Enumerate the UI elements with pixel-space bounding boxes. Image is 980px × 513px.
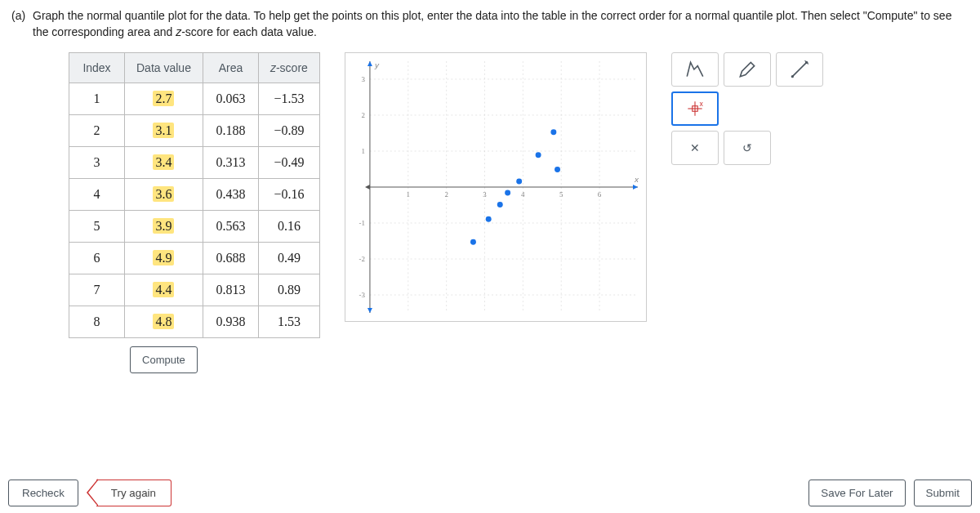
cell-data-value[interactable]: 3.9 bbox=[125, 211, 203, 243]
svg-text:y: y bbox=[374, 60, 380, 69]
cell-area: 0.563 bbox=[203, 211, 258, 243]
svg-text:3: 3 bbox=[361, 75, 365, 83]
cell-data-value[interactable]: 3.1 bbox=[125, 115, 203, 147]
cell-index: 1 bbox=[69, 83, 125, 115]
svg-text:-2: -2 bbox=[359, 255, 364, 263]
cell-area: 0.938 bbox=[203, 306, 258, 338]
line-tool-icon[interactable] bbox=[776, 52, 823, 87]
svg-point-41 bbox=[791, 75, 794, 78]
svg-point-33 bbox=[486, 216, 492, 222]
cell-data-value[interactable]: 4.4 bbox=[125, 274, 203, 306]
cell-zscore: 0.89 bbox=[258, 274, 319, 306]
cell-zscore: 1.53 bbox=[258, 306, 319, 338]
svg-marker-27 bbox=[368, 61, 372, 66]
cell-area: 0.188 bbox=[203, 115, 258, 147]
svg-text:3: 3 bbox=[483, 190, 487, 199]
svg-text:x: x bbox=[634, 175, 639, 184]
svg-text:2: 2 bbox=[444, 190, 448, 199]
header-zscore: z-score bbox=[258, 53, 319, 83]
clear-tool-icon[interactable]: ✕ bbox=[671, 131, 719, 165]
point-tool-icon[interactable]: x bbox=[671, 91, 719, 126]
svg-point-36 bbox=[516, 179, 522, 185]
footer-bar: Recheck Try again Save For Later Submit bbox=[0, 472, 980, 513]
svg-marker-26 bbox=[633, 185, 638, 190]
instruction-line-2: -score for each data value. bbox=[181, 25, 317, 38]
cell-data-value[interactable]: 4.8 bbox=[125, 306, 203, 338]
header-index: Index bbox=[69, 53, 125, 83]
table-row: 1 2.7 0.063 −1.53 bbox=[69, 83, 320, 115]
undo-tool-icon[interactable]: ↺ bbox=[724, 131, 771, 165]
drawing-toolbox: x ✕ ↺ bbox=[671, 52, 826, 381]
svg-point-34 bbox=[497, 202, 503, 207]
compute-row: Compute bbox=[69, 338, 320, 382]
cell-index: 3 bbox=[69, 147, 125, 179]
recheck-button[interactable]: Recheck bbox=[8, 480, 78, 506]
select-tool-icon[interactable] bbox=[671, 52, 719, 87]
cell-area: 0.688 bbox=[203, 243, 258, 274]
svg-marker-29 bbox=[365, 185, 370, 190]
svg-text:-1: -1 bbox=[359, 219, 364, 227]
cell-zscore: −0.49 bbox=[258, 147, 319, 179]
svg-point-39 bbox=[550, 129, 556, 135]
svg-point-38 bbox=[535, 153, 541, 158]
cell-index: 2 bbox=[69, 115, 125, 147]
svg-text:2: 2 bbox=[361, 111, 364, 119]
quantile-plot[interactable]: 123456-3-2-1123xy bbox=[345, 52, 647, 322]
cell-area: 0.813 bbox=[203, 274, 258, 306]
cell-index: 5 bbox=[69, 211, 125, 243]
cell-data-value[interactable]: 2.7 bbox=[125, 83, 203, 115]
table-header-row: Index Data value Area z-score bbox=[69, 53, 320, 83]
svg-point-35 bbox=[505, 190, 510, 196]
save-for-later-button[interactable]: Save For Later bbox=[808, 480, 905, 506]
svg-text:5: 5 bbox=[559, 190, 564, 199]
instruction-line-1: Graph the normal quantile plot for the d… bbox=[33, 9, 951, 38]
svg-point-37 bbox=[555, 167, 560, 172]
cell-data-value[interactable]: 3.6 bbox=[125, 179, 203, 211]
svg-text:1: 1 bbox=[361, 147, 364, 155]
cell-index: 4 bbox=[69, 179, 125, 211]
cell-data-value[interactable]: 3.4 bbox=[125, 147, 203, 179]
compute-button[interactable]: Compute bbox=[130, 346, 198, 373]
table-row: 5 3.9 0.563 0.16 bbox=[69, 211, 320, 243]
table-row: 2 3.1 0.188 −0.89 bbox=[69, 115, 320, 147]
instruction-text: (a) Graph the normal quantile plot for t… bbox=[0, 0, 980, 48]
cell-index: 8 bbox=[69, 306, 125, 338]
cell-area: 0.063 bbox=[203, 83, 258, 115]
data-table-wrap: Index Data value Area z-score 1 2.7 0.06… bbox=[69, 52, 320, 381]
table-row: 7 4.4 0.813 0.89 bbox=[69, 274, 320, 306]
cell-index: 6 bbox=[69, 243, 125, 274]
cell-area: 0.313 bbox=[203, 147, 258, 179]
svg-text:x: x bbox=[699, 100, 703, 108]
cell-area: 0.438 bbox=[203, 179, 258, 211]
header-area: Area bbox=[203, 53, 258, 83]
svg-text:4: 4 bbox=[521, 190, 525, 199]
submit-button[interactable]: Submit bbox=[914, 480, 972, 506]
table-row: 8 4.8 0.938 1.53 bbox=[69, 306, 320, 338]
tryagain-chevron-icon bbox=[87, 479, 98, 506]
table-row: 3 3.4 0.313 −0.49 bbox=[69, 147, 320, 179]
svg-text:-3: -3 bbox=[359, 291, 365, 299]
svg-marker-28 bbox=[368, 308, 372, 313]
cell-index: 7 bbox=[69, 274, 125, 306]
cell-data-value[interactable]: 4.9 bbox=[125, 243, 203, 274]
table-row: 6 4.9 0.688 0.49 bbox=[69, 243, 320, 274]
svg-text:6: 6 bbox=[598, 190, 602, 199]
svg-line-40 bbox=[792, 63, 806, 77]
svg-text:1: 1 bbox=[406, 190, 409, 199]
cell-zscore: 0.16 bbox=[258, 211, 319, 243]
svg-point-32 bbox=[470, 239, 476, 245]
cell-zscore: −0.16 bbox=[258, 179, 319, 211]
table-row: 4 3.6 0.438 −0.16 bbox=[69, 179, 320, 211]
cell-zscore: −0.89 bbox=[258, 115, 319, 147]
cell-zscore: 0.49 bbox=[258, 243, 319, 274]
data-table: Index Data value Area z-score 1 2.7 0.06… bbox=[69, 52, 320, 381]
try-again-button[interactable]: Try again bbox=[96, 480, 172, 506]
cell-zscore: −1.53 bbox=[258, 83, 319, 115]
pencil-tool-icon[interactable] bbox=[724, 52, 771, 87]
header-data-value: Data value bbox=[125, 53, 203, 83]
part-label: (a) bbox=[11, 8, 25, 25]
